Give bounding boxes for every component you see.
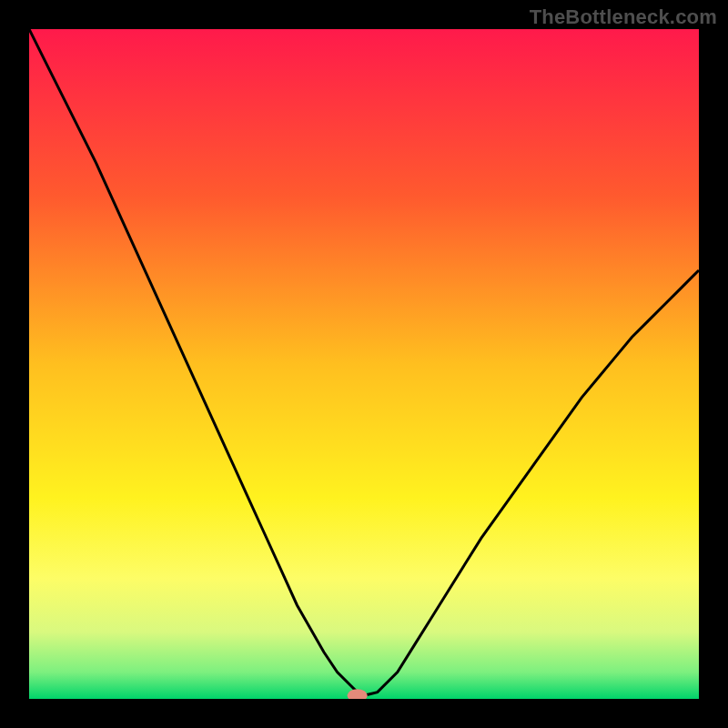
plot-svg xyxy=(29,29,699,699)
watermark-text: TheBottleneck.com xyxy=(530,5,717,29)
chart-root: TheBottleneck.com xyxy=(0,0,728,728)
background-gradient xyxy=(29,29,699,699)
plot-area xyxy=(29,29,699,699)
